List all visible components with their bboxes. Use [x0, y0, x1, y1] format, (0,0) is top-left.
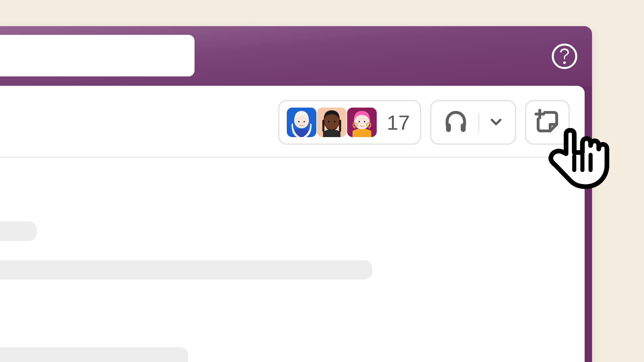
help-icon	[558, 48, 571, 65]
svg-point-3	[298, 121, 300, 122]
huddle-button[interactable]	[430, 100, 516, 145]
svg-point-15	[359, 121, 360, 122]
app-window: 17	[0, 26, 592, 362]
search-input[interactable]	[0, 35, 195, 76]
channel-header: 17	[0, 86, 585, 158]
skeleton-line	[0, 260, 372, 280]
svg-rect-18	[461, 123, 466, 132]
help-button[interactable]	[552, 44, 577, 69]
skeleton-line	[0, 222, 37, 241]
titlebar	[0, 26, 592, 86]
svg-point-0	[563, 61, 566, 64]
skeleton-line	[0, 347, 188, 362]
avatar-stack	[287, 108, 377, 137]
svg-point-10	[334, 121, 336, 123]
add-canvas-icon	[534, 109, 560, 136]
members-button[interactable]: 17	[278, 100, 421, 145]
svg-point-9	[328, 121, 330, 123]
header-actions: 17	[278, 100, 570, 145]
member-avatar-3	[347, 108, 377, 137]
svg-rect-17	[446, 123, 451, 132]
member-avatar-2	[317, 108, 346, 137]
chevron-down-icon	[489, 114, 503, 130]
divider	[478, 113, 479, 132]
svg-rect-8	[339, 120, 341, 132]
svg-point-4	[304, 121, 305, 122]
svg-point-16	[364, 121, 365, 122]
member-count: 17	[387, 111, 410, 134]
headphones-icon	[443, 109, 469, 136]
content-pane: 17	[0, 86, 585, 362]
add-canvas-button[interactable]	[525, 100, 570, 145]
member-avatar-1	[287, 108, 316, 137]
svg-rect-7	[322, 120, 324, 132]
